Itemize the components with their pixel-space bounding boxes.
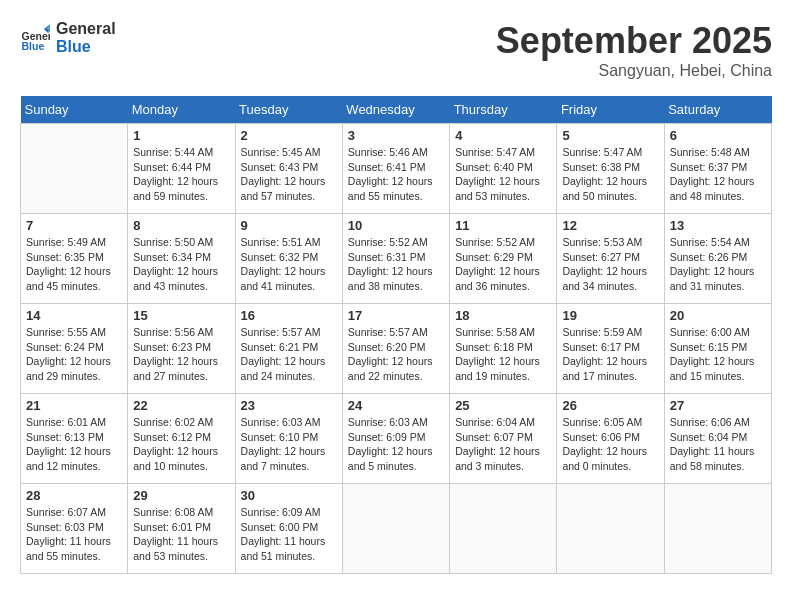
day-info: Sunrise: 6:04 AM Sunset: 6:07 PM Dayligh…: [455, 415, 551, 474]
day-number: 17: [348, 308, 444, 323]
calendar-cell: 26Sunrise: 6:05 AM Sunset: 6:06 PM Dayli…: [557, 394, 664, 484]
day-number: 22: [133, 398, 229, 413]
day-info: Sunrise: 5:48 AM Sunset: 6:37 PM Dayligh…: [670, 145, 766, 204]
day-number: 16: [241, 308, 337, 323]
calendar-cell: 4Sunrise: 5:47 AM Sunset: 6:40 PM Daylig…: [450, 124, 557, 214]
page-header: General Blue General Blue September 2025…: [20, 20, 772, 80]
calendar-cell: 15Sunrise: 5:56 AM Sunset: 6:23 PM Dayli…: [128, 304, 235, 394]
logo: General Blue General Blue: [20, 20, 116, 56]
day-number: 28: [26, 488, 122, 503]
header-monday: Monday: [128, 96, 235, 124]
day-number: 25: [455, 398, 551, 413]
calendar-header-row: SundayMondayTuesdayWednesdayThursdayFrid…: [21, 96, 772, 124]
day-info: Sunrise: 5:45 AM Sunset: 6:43 PM Dayligh…: [241, 145, 337, 204]
day-info: Sunrise: 6:03 AM Sunset: 6:10 PM Dayligh…: [241, 415, 337, 474]
header-wednesday: Wednesday: [342, 96, 449, 124]
day-number: 9: [241, 218, 337, 233]
day-info: Sunrise: 6:05 AM Sunset: 6:06 PM Dayligh…: [562, 415, 658, 474]
day-info: Sunrise: 5:44 AM Sunset: 6:44 PM Dayligh…: [133, 145, 229, 204]
day-info: Sunrise: 6:03 AM Sunset: 6:09 PM Dayligh…: [348, 415, 444, 474]
day-info: Sunrise: 5:55 AM Sunset: 6:24 PM Dayligh…: [26, 325, 122, 384]
calendar-cell: 6Sunrise: 5:48 AM Sunset: 6:37 PM Daylig…: [664, 124, 771, 214]
day-info: Sunrise: 5:49 AM Sunset: 6:35 PM Dayligh…: [26, 235, 122, 294]
day-info: Sunrise: 5:47 AM Sunset: 6:40 PM Dayligh…: [455, 145, 551, 204]
calendar-cell: 30Sunrise: 6:09 AM Sunset: 6:00 PM Dayli…: [235, 484, 342, 574]
calendar-cell: 23Sunrise: 6:03 AM Sunset: 6:10 PM Dayli…: [235, 394, 342, 484]
day-info: Sunrise: 5:59 AM Sunset: 6:17 PM Dayligh…: [562, 325, 658, 384]
day-number: 3: [348, 128, 444, 143]
month-title: September 2025: [496, 20, 772, 62]
calendar-cell: 10Sunrise: 5:52 AM Sunset: 6:31 PM Dayli…: [342, 214, 449, 304]
day-number: 26: [562, 398, 658, 413]
day-number: 7: [26, 218, 122, 233]
header-friday: Friday: [557, 96, 664, 124]
day-info: Sunrise: 5:53 AM Sunset: 6:27 PM Dayligh…: [562, 235, 658, 294]
calendar-week-1: 1Sunrise: 5:44 AM Sunset: 6:44 PM Daylig…: [21, 124, 772, 214]
calendar-cell: 11Sunrise: 5:52 AM Sunset: 6:29 PM Dayli…: [450, 214, 557, 304]
calendar-cell: [342, 484, 449, 574]
calendar-cell: 8Sunrise: 5:50 AM Sunset: 6:34 PM Daylig…: [128, 214, 235, 304]
calendar-cell: 28Sunrise: 6:07 AM Sunset: 6:03 PM Dayli…: [21, 484, 128, 574]
header-saturday: Saturday: [664, 96, 771, 124]
day-info: Sunrise: 5:50 AM Sunset: 6:34 PM Dayligh…: [133, 235, 229, 294]
day-number: 8: [133, 218, 229, 233]
calendar-cell: 27Sunrise: 6:06 AM Sunset: 6:04 PM Dayli…: [664, 394, 771, 484]
calendar-cell: 24Sunrise: 6:03 AM Sunset: 6:09 PM Dayli…: [342, 394, 449, 484]
calendar-cell: 22Sunrise: 6:02 AM Sunset: 6:12 PM Dayli…: [128, 394, 235, 484]
calendar-cell: 29Sunrise: 6:08 AM Sunset: 6:01 PM Dayli…: [128, 484, 235, 574]
logo-general: General: [56, 20, 116, 38]
day-info: Sunrise: 5:54 AM Sunset: 6:26 PM Dayligh…: [670, 235, 766, 294]
day-info: Sunrise: 5:47 AM Sunset: 6:38 PM Dayligh…: [562, 145, 658, 204]
day-number: 15: [133, 308, 229, 323]
header-tuesday: Tuesday: [235, 96, 342, 124]
calendar-cell: 17Sunrise: 5:57 AM Sunset: 6:20 PM Dayli…: [342, 304, 449, 394]
day-info: Sunrise: 5:58 AM Sunset: 6:18 PM Dayligh…: [455, 325, 551, 384]
day-number: 14: [26, 308, 122, 323]
day-info: Sunrise: 5:51 AM Sunset: 6:32 PM Dayligh…: [241, 235, 337, 294]
day-number: 29: [133, 488, 229, 503]
svg-text:Blue: Blue: [22, 40, 45, 52]
day-number: 1: [133, 128, 229, 143]
day-number: 10: [348, 218, 444, 233]
day-info: Sunrise: 5:56 AM Sunset: 6:23 PM Dayligh…: [133, 325, 229, 384]
day-number: 6: [670, 128, 766, 143]
day-info: Sunrise: 6:02 AM Sunset: 6:12 PM Dayligh…: [133, 415, 229, 474]
day-number: 12: [562, 218, 658, 233]
day-number: 18: [455, 308, 551, 323]
logo-icon: General Blue: [20, 23, 50, 53]
day-info: Sunrise: 5:57 AM Sunset: 6:20 PM Dayligh…: [348, 325, 444, 384]
day-number: 30: [241, 488, 337, 503]
calendar-cell: [21, 124, 128, 214]
calendar-cell: 14Sunrise: 5:55 AM Sunset: 6:24 PM Dayli…: [21, 304, 128, 394]
calendar-cell: 9Sunrise: 5:51 AM Sunset: 6:32 PM Daylig…: [235, 214, 342, 304]
calendar-cell: 13Sunrise: 5:54 AM Sunset: 6:26 PM Dayli…: [664, 214, 771, 304]
day-info: Sunrise: 6:06 AM Sunset: 6:04 PM Dayligh…: [670, 415, 766, 474]
day-number: 4: [455, 128, 551, 143]
location: Sangyuan, Hebei, China: [496, 62, 772, 80]
day-number: 24: [348, 398, 444, 413]
calendar-week-3: 14Sunrise: 5:55 AM Sunset: 6:24 PM Dayli…: [21, 304, 772, 394]
day-info: Sunrise: 5:46 AM Sunset: 6:41 PM Dayligh…: [348, 145, 444, 204]
day-info: Sunrise: 6:01 AM Sunset: 6:13 PM Dayligh…: [26, 415, 122, 474]
day-number: 13: [670, 218, 766, 233]
day-info: Sunrise: 5:52 AM Sunset: 6:31 PM Dayligh…: [348, 235, 444, 294]
calendar-cell: 25Sunrise: 6:04 AM Sunset: 6:07 PM Dayli…: [450, 394, 557, 484]
calendar-cell: 7Sunrise: 5:49 AM Sunset: 6:35 PM Daylig…: [21, 214, 128, 304]
calendar-cell: [557, 484, 664, 574]
day-number: 20: [670, 308, 766, 323]
day-info: Sunrise: 6:00 AM Sunset: 6:15 PM Dayligh…: [670, 325, 766, 384]
day-number: 11: [455, 218, 551, 233]
calendar-cell: 16Sunrise: 5:57 AM Sunset: 6:21 PM Dayli…: [235, 304, 342, 394]
calendar-cell: 18Sunrise: 5:58 AM Sunset: 6:18 PM Dayli…: [450, 304, 557, 394]
day-number: 2: [241, 128, 337, 143]
calendar-cell: 5Sunrise: 5:47 AM Sunset: 6:38 PM Daylig…: [557, 124, 664, 214]
day-info: Sunrise: 5:57 AM Sunset: 6:21 PM Dayligh…: [241, 325, 337, 384]
day-info: Sunrise: 6:07 AM Sunset: 6:03 PM Dayligh…: [26, 505, 122, 564]
day-info: Sunrise: 5:52 AM Sunset: 6:29 PM Dayligh…: [455, 235, 551, 294]
calendar-week-2: 7Sunrise: 5:49 AM Sunset: 6:35 PM Daylig…: [21, 214, 772, 304]
calendar-cell: 2Sunrise: 5:45 AM Sunset: 6:43 PM Daylig…: [235, 124, 342, 214]
logo-blue: Blue: [56, 38, 116, 56]
calendar-cell: [664, 484, 771, 574]
day-info: Sunrise: 6:08 AM Sunset: 6:01 PM Dayligh…: [133, 505, 229, 564]
day-number: 19: [562, 308, 658, 323]
